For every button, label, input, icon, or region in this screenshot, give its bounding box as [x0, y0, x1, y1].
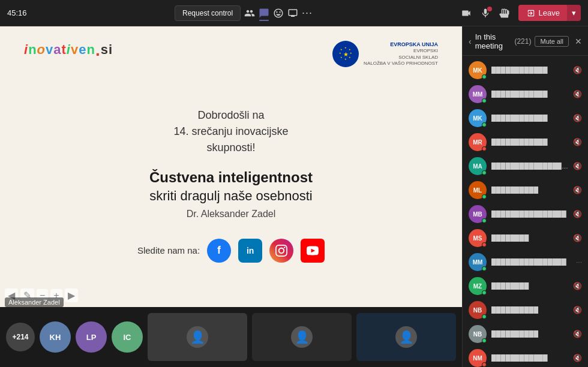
participant-avatar: MA [469, 157, 487, 175]
top-bar: 45:16 Request control ··· [0, 0, 588, 26]
participant-thumb-lp[interactable]: LP [76, 321, 107, 353]
participant-name: ████████ [491, 282, 568, 290]
participant-mute-icon: 🔇 [573, 210, 582, 218]
participant-item[interactable]: MA ████████████████████ 🔇 [463, 154, 588, 178]
leave-caret-button[interactable]: ▾ [567, 5, 581, 21]
participant-item[interactable]: ML ██████████ 🔇 [463, 178, 588, 202]
presentation-area: inovativen.si ★ ★ ★ ★ ★ [0, 26, 462, 307]
participant-more-icon[interactable]: ··· [576, 258, 582, 266]
participant-item[interactable]: NB ██████████ 🔇 [463, 298, 588, 322]
participant-item[interactable]: NB ██████████ 🔇 [463, 322, 588, 346]
meeting-timer: 45:16 [7, 8, 27, 17]
slide-main: Dobrodošli na 14. srečanju inovacijske s… [24, 77, 438, 293]
participant-name: ██████████ [491, 186, 568, 194]
camera-btn[interactable] [461, 8, 472, 19]
participant-name: ████████████ [491, 115, 568, 122]
participant-avatar: NB [469, 301, 487, 319]
thumbnail-strip: +214 KH LP IC 👤 👤 👤 [0, 307, 462, 367]
facebook-icon[interactable]: f [207, 239, 231, 263]
video-thumb-3: 👤 [356, 313, 456, 361]
close-panel-btn[interactable]: ✕ [575, 37, 582, 46]
participant-mute-icon: 🔇 [573, 90, 582, 98]
participant-avatar: MB [469, 205, 487, 223]
hand-raise-btn[interactable] [499, 8, 510, 19]
participant-item[interactable]: NM ████████████ 🔇 [463, 346, 588, 367]
participant-mute-icon: 🔇 [573, 66, 582, 74]
more-participants-badge[interactable]: +214 [6, 323, 35, 351]
participant-name: ████████████ [491, 67, 568, 74]
participant-avatar: MM [469, 253, 487, 271]
participant-mute-icon: 🔇 [573, 162, 582, 170]
left-panel: inovativen.si ★ ★ ★ ★ ★ [0, 26, 462, 367]
panel-header: ‹ In this meeting (221) Mute all ✕ [463, 26, 588, 56]
mic-btn[interactable] [480, 8, 491, 19]
participant-item[interactable]: MM ████████████████ ··· [463, 250, 588, 274]
participant-avatar: MR [469, 133, 487, 151]
call-controls: Leave ▾ [461, 5, 581, 21]
participant-name: ████████████ [491, 139, 568, 146]
participant-item[interactable]: MK ████████████ 🔇 [463, 58, 588, 82]
participant-mute-icon: 🔇 [573, 138, 582, 146]
right-panel: ‹ In this meeting (221) Mute all ✕ MK ██… [462, 26, 588, 367]
main-content: inovativen.si ★ ★ ★ ★ ★ [0, 26, 588, 367]
video-thumb-1: 👤 [148, 313, 247, 361]
next-slide-btn[interactable]: ▶ [65, 288, 78, 302]
slide-header: inovativen.si ★ ★ ★ ★ ★ [24, 41, 438, 67]
participant-name: ██████████ [491, 330, 568, 338]
reactions-icon-btn[interactable] [273, 8, 284, 19]
svg-text:★: ★ [343, 51, 349, 58]
participant-name: ████████████ [491, 91, 568, 98]
participants-list: MK ████████████ 🔇 MM ████████████ 🔇 MK █… [463, 56, 588, 367]
participant-mute-icon: 🔇 [573, 234, 582, 242]
panel-title: In this meeting [475, 32, 511, 50]
participant-thumb-kh[interactable]: KH [40, 321, 71, 353]
video-thumb-2: 👤 [252, 313, 352, 361]
mute-all-button[interactable]: Mute all [535, 36, 569, 47]
top-bar-left: 45:16 [7, 8, 27, 17]
participant-item[interactable]: MB ████████████████ 🔇 [463, 202, 588, 226]
participant-avatar: NM [469, 349, 487, 367]
eu-text: EVROPSKA UNIJA EVROPSKI SOCIALNI SKLAD N… [364, 41, 438, 67]
leave-btn-group[interactable]: Leave ▾ [518, 5, 581, 21]
participant-mute-icon: 🔇 [573, 306, 582, 314]
participant-item[interactable]: MR ████████████ 🔇 [463, 130, 588, 154]
participant-item[interactable]: MK ████████████ 🔇 [463, 106, 588, 130]
request-control-button[interactable]: Request control [175, 5, 241, 21]
participant-count: (221) [514, 37, 531, 46]
participant-name: ████████████ [491, 354, 568, 362]
welcome-text: Dobrodošli na 14. srečanju inovacijske s… [173, 107, 288, 156]
participant-item[interactable]: MZ ████████ 🔇 [463, 274, 588, 298]
svg-text:★: ★ [344, 58, 347, 61]
participant-avatar: NB [469, 325, 487, 343]
back-arrow-btn[interactable]: ‹ [469, 37, 472, 46]
participant-mute-icon: 🔇 [573, 114, 582, 122]
participant-name: ████████████████ [491, 210, 568, 218]
more-icon-btn[interactable]: ··· [302, 7, 313, 19]
youtube-icon[interactable] [301, 239, 325, 263]
people-icon-btn[interactable] [244, 8, 255, 19]
svg-text:★: ★ [340, 56, 343, 59]
participant-thumb-ic[interactable]: IC [112, 321, 143, 353]
svg-text:★: ★ [339, 52, 341, 55]
sledite-text: Sledite nam na: [137, 245, 200, 255]
slide-content: inovativen.si ★ ★ ★ ★ ★ [0, 26, 462, 307]
chat-icon-btn[interactable] [259, 8, 269, 19]
participant-name: ██████████ [491, 306, 568, 314]
participant-mute-icon: 🔇 [573, 354, 582, 362]
instagram-icon[interactable] [269, 239, 293, 263]
social-section: Sledite nam na: f in [137, 239, 325, 263]
participant-item[interactable]: MM ████████████ 🔇 [463, 82, 588, 106]
logo: inovativen.si [24, 41, 113, 60]
top-bar-center: Request control ··· [175, 5, 313, 21]
participant-name: ████████ [491, 234, 568, 242]
screenshare-icon-btn[interactable] [287, 8, 298, 19]
linkedin-icon[interactable]: in [238, 239, 262, 263]
participant-avatar: MM [469, 85, 487, 103]
leave-button[interactable]: Leave [518, 5, 568, 21]
eu-stars-icon: ★ ★ ★ ★ ★ ★ ★ ★ ★ [332, 41, 359, 67]
participant-mute-icon: 🔇 [573, 330, 582, 338]
participant-item[interactable]: MS ████████ 🔇 [463, 226, 588, 250]
main-title: Čustvena inteligentnost [149, 169, 313, 186]
active-presenter-label: Aleksander Zadel [5, 297, 64, 307]
svg-text:★: ★ [349, 49, 351, 51]
